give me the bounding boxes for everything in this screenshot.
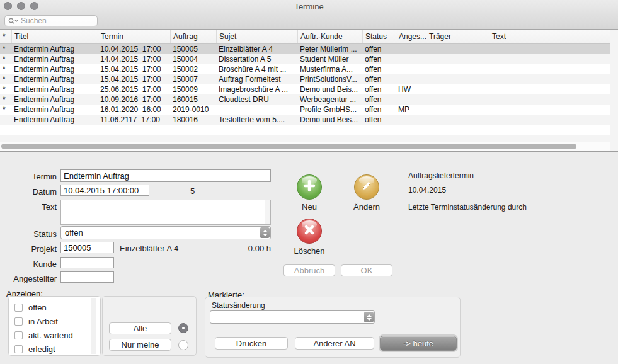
datum-field[interactable] <box>60 185 149 196</box>
cell-traeger <box>426 115 489 125</box>
aendern-button[interactable] <box>354 174 379 200</box>
checkbox-icon[interactable] <box>14 317 23 326</box>
column-header-angestellter[interactable]: Anges... <box>396 30 426 43</box>
filter-in-arbeit[interactable]: in Arbeit <box>9 314 100 328</box>
cell-text <box>489 74 610 84</box>
textarea-scrollbar[interactable] <box>265 200 270 224</box>
cell-titel: Endtermin Auftrag <box>11 44 98 54</box>
column-header-star[interactable]: * <box>0 30 11 43</box>
cell-star: * <box>0 84 11 94</box>
cell-anges <box>396 54 426 64</box>
minimize-window-icon[interactable] <box>17 2 25 10</box>
search-icon <box>8 18 18 25</box>
cell-termin: 15.04.2015 17:00 <box>98 64 170 74</box>
cell-kunde: Profile GmbHS... <box>297 105 362 115</box>
angestellter-field[interactable] <box>60 271 114 283</box>
stepper-icon[interactable] <box>260 227 270 238</box>
cell-anges <box>396 94 426 105</box>
cell-traeger <box>426 44 489 54</box>
alle-radio[interactable] <box>178 323 188 333</box>
projekt-label: Projekt <box>0 244 57 254</box>
stepper-icon[interactable] <box>364 312 374 322</box>
column-header-traeger[interactable]: Träger <box>426 30 489 43</box>
cell-traeger <box>426 105 489 115</box>
filter-list: offen in Arbeit akt. wartend erledigt <box>8 296 101 356</box>
cell-termin: 10.09.2016 17:00 <box>98 94 170 105</box>
zoom-window-icon[interactable] <box>30 2 38 10</box>
anderer-an-button[interactable]: Anderer AN <box>295 337 374 350</box>
abbruch-button[interactable]: Abbruch <box>283 264 335 276</box>
neu-button[interactable] <box>297 174 322 200</box>
statusaenderung-select[interactable] <box>210 310 375 324</box>
cell-termin: 14.04.2015 17:00 <box>98 54 170 64</box>
cell-kunde: Peter Müllerim ... <box>297 44 362 54</box>
cell-titel: Endtermin Auftrag <box>11 54 98 64</box>
filter-list-scrollbar[interactable] <box>91 298 96 354</box>
table-header[interactable]: * Titel Termin Auftrag Sujet Auftr.-Kund… <box>0 30 610 44</box>
letzte-statusaenderung-label: Letzte Terminstatusänderung durch <box>408 203 527 212</box>
horizontal-scrollbar-thumb[interactable] <box>1 144 576 149</box>
table-row[interactable]: *Endtermin Auftrag16.01.2020 16:002019-0… <box>0 105 610 115</box>
loeschen-button-label: Löschen <box>284 246 335 256</box>
close-window-icon[interactable] <box>4 2 12 10</box>
column-header-titel[interactable]: Titel <box>11 30 98 43</box>
traffic-lights <box>4 2 38 10</box>
filter-akt-wartend[interactable]: akt. wartend <box>9 328 100 342</box>
cell-star: * <box>0 44 11 54</box>
table-row[interactable]: Endtermin Auftrag11.06.2117 17:00180016T… <box>0 115 610 125</box>
column-header-termin[interactable]: Termin <box>98 30 170 43</box>
titlebar[interactable]: Termine <box>0 0 618 14</box>
cell-anges <box>396 44 426 54</box>
cell-kunde: Demo und Beis... <box>297 84 362 94</box>
filter-offen[interactable]: offen <box>9 300 100 314</box>
delete-x-icon[interactable] <box>297 219 322 244</box>
nur-meine-button[interactable]: Nur meine <box>109 339 171 351</box>
table-row[interactable]: *Endtermin Auftrag15.04.2015 17:00150002… <box>0 64 610 74</box>
heute-button[interactable]: -> heute <box>380 336 457 351</box>
column-header-auftrag[interactable]: Auftrag <box>170 30 216 43</box>
cell-auftrag: 150005 <box>170 44 216 54</box>
cell-star: * <box>0 105 11 115</box>
column-header-status[interactable]: Status <box>362 30 396 43</box>
search-input[interactable] <box>21 16 84 25</box>
vertical-scrollbar-track[interactable] <box>610 30 618 151</box>
projekt-field[interactable] <box>60 242 114 253</box>
column-header-kunde[interactable]: Auftr.-Kunde <box>297 30 362 43</box>
drucken-button[interactable]: Drucken <box>215 337 288 350</box>
pencil-icon <box>360 179 373 195</box>
checkbox-icon[interactable] <box>14 345 23 353</box>
ok-button[interactable]: OK <box>341 264 392 276</box>
status-select[interactable]: offen <box>60 226 271 239</box>
text-field[interactable] <box>60 200 271 225</box>
cell-traeger <box>426 84 489 94</box>
horizontal-scrollbar-track[interactable] <box>0 142 610 151</box>
auftragsliefertermin-date: 10.04.2015 <box>408 186 446 195</box>
cell-traeger <box>426 94 489 105</box>
checkbox-icon[interactable] <box>14 331 23 339</box>
alle-button[interactable]: Alle <box>109 322 171 334</box>
cell-titel: Endtermin Auftrag <box>11 94 98 105</box>
cell-termin: 25.06.2015 17:00 <box>98 84 170 94</box>
table-row[interactable]: *Endtermin Auftrag15.04.2015 17:00150007… <box>0 74 610 84</box>
cell-kunde: PrintSolutionsV... <box>297 74 362 84</box>
filter-erledigt[interactable]: erledigt <box>9 342 100 356</box>
table-row[interactable]: *Endtermin Auftrag10.09.2016 17:00160015… <box>0 94 610 105</box>
kunde-label: Kunde <box>0 259 57 269</box>
kunde-field[interactable] <box>60 257 114 268</box>
cell-auftrag: 150002 <box>170 64 216 74</box>
termin-field[interactable] <box>60 169 271 182</box>
cell-kunde: Student Müller <box>297 54 362 64</box>
table-row[interactable]: *Endtermin Auftrag10.04.2015 17:00150005… <box>0 44 610 54</box>
termin-label: Termin <box>0 172 57 181</box>
cell-traeger <box>426 54 489 64</box>
nur-meine-radio[interactable] <box>178 340 188 350</box>
column-header-sujet[interactable]: Sujet <box>216 30 297 43</box>
checkbox-icon[interactable] <box>14 304 23 312</box>
cell-star: * <box>0 94 11 105</box>
table-row[interactable]: *Endtermin Auftrag14.04.2015 17:00150004… <box>0 54 610 64</box>
aendern-button-group: Ändern <box>341 174 392 212</box>
column-header-text[interactable]: Text <box>489 30 610 43</box>
cell-status: offen <box>362 94 396 105</box>
table-row[interactable]: *Endtermin Auftrag25.06.2015 17:00150009… <box>0 84 610 94</box>
search-field[interactable] <box>4 15 98 26</box>
